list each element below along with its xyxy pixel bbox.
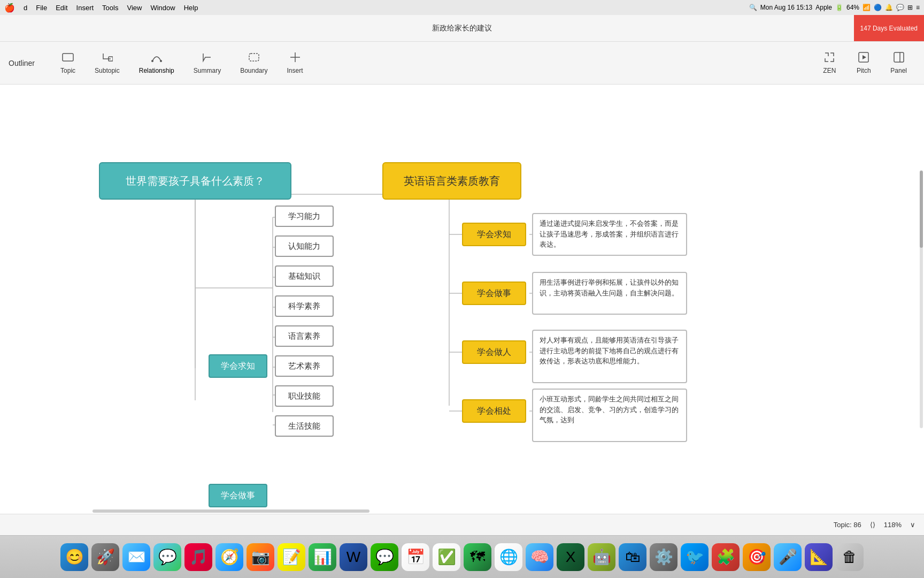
sub-4[interactable]: 科学素养	[275, 295, 334, 317]
dock-icon-chrome[interactable]: 🌐	[495, 543, 522, 571]
sub-2-label: 认知能力	[288, 241, 320, 252]
sub-1[interactable]: 学习能力	[275, 206, 334, 227]
right-branch-2[interactable]: 学会做事	[462, 282, 526, 305]
right-branch-4[interactable]: 学会相处	[462, 399, 526, 423]
svg-point-3	[160, 60, 162, 62]
dock-icon-music[interactable]: 🎵	[184, 543, 212, 571]
document-title: 新政给家长的建议	[432, 24, 492, 33]
subtopic-icon	[101, 51, 113, 65]
dock-icon-finder[interactable]: 😊	[60, 543, 88, 571]
dock-icon-trash[interactable]: 🗑	[836, 543, 864, 571]
dock-icon-notes[interactable]: 📝	[278, 543, 305, 571]
right-text-3: 对人对事有观点，且能够用英语清在引导孩子进行主动思考的前提下地将自己的观点进行有…	[532, 330, 687, 383]
menu-window[interactable]: Window	[146, 3, 179, 13]
menubar-apple-label: Apple	[815, 4, 832, 11]
pitch-label: Pitch	[857, 67, 871, 74]
left-branch-1-label: 学会求知	[221, 361, 255, 372]
sub-6[interactable]: 艺术素养	[275, 355, 334, 377]
topic-count: Topic: 86	[834, 521, 861, 529]
sub-7[interactable]: 职业技能	[275, 385, 334, 407]
battery-icon: 🔋	[835, 4, 843, 11]
dock-icon-calendar[interactable]: 📅	[402, 543, 429, 571]
right-branch-1[interactable]: 学会求知	[462, 223, 526, 246]
menubar-clock: Mon Aug 16 15:13	[760, 4, 812, 11]
root-label: 世界需要孩子具备什么素质？	[126, 174, 265, 188]
dock-icon-maps[interactable]: 🗺	[464, 543, 491, 571]
zoom-down-icon[interactable]: ∨	[910, 521, 915, 529]
left-branch-2[interactable]: 学会做事	[209, 484, 267, 507]
right-text-1-content: 通过递进式提问来启发学生，不会答案，而是让孩子迅速思考，形成答案，并组织语言进行…	[540, 219, 679, 248]
search-icon[interactable]: 🔍	[749, 4, 757, 11]
horizontal-scrollbar[interactable]	[93, 509, 369, 513]
topic-label: Topic	[60, 67, 75, 74]
wifi-icon: 📶	[863, 4, 871, 11]
scrollbar[interactable]	[920, 170, 923, 428]
root-box[interactable]: 世界需要孩子具备什么素质？	[99, 162, 291, 200]
right-branch-3[interactable]: 学会做人	[462, 340, 526, 364]
dock-icon-xmind[interactable]: 🧩	[712, 543, 740, 571]
menu-help[interactable]: Help	[180, 3, 203, 13]
dock-icon-settings[interactable]: ⚙️	[650, 543, 677, 571]
sub-3-label: 基础知识	[288, 271, 320, 282]
sub-7-label: 职业技能	[288, 391, 320, 401]
left-branch-1[interactable]: 学会求知	[209, 354, 267, 378]
summary-label: Summary	[194, 67, 221, 74]
sub-2[interactable]: 认知能力	[275, 235, 334, 257]
toolbar-relationship[interactable]: Relationship	[130, 47, 183, 79]
toolbar-topic[interactable]: Topic	[52, 47, 84, 79]
dock-icon-android[interactable]: 🤖	[588, 543, 615, 571]
dock-icon-wechat[interactable]: 💬	[371, 543, 398, 571]
wechat-icon[interactable]: 💬	[896, 4, 904, 11]
toolbar-summary[interactable]: Summary	[185, 47, 229, 79]
toolbar-zen[interactable]: ZEN	[813, 47, 845, 79]
toolbar-panel[interactable]: Panel	[882, 47, 915, 79]
sub-3[interactable]: 基础知识	[275, 265, 334, 287]
dock: 😊 🚀 ✉️ 💬 🎵 🧭 📷 📝 📊 W 💬 📅 ✅ 🗺 🌐 🧠 X 🤖 🛍 ⚙…	[0, 535, 924, 578]
menu-extra-icon[interactable]: ≡	[916, 4, 920, 11]
notification-icon[interactable]: 🔔	[885, 4, 893, 11]
panel-label: Panel	[890, 67, 907, 74]
topic-icon	[62, 51, 74, 65]
svg-marker-8	[863, 55, 866, 59]
sub-4-label: 科学素养	[288, 301, 320, 311]
dock-icon-launchpad[interactable]: 🚀	[91, 543, 119, 571]
dock-icon-safari[interactable]: 🧭	[215, 543, 243, 571]
dock-icon-numbers[interactable]: 📊	[309, 543, 336, 571]
sub-8[interactable]: 生活技能	[275, 415, 334, 437]
dock-icon-mindnode[interactable]: 🧠	[526, 543, 553, 571]
canvas[interactable]: 世界需要孩子具备什么素质？ 英语语言类素质教育 学会求知 学会做事 学习能力 认…	[0, 85, 924, 514]
menu-file[interactable]: File	[32, 3, 51, 13]
summary-icon	[201, 51, 213, 65]
menu-tools[interactable]: Tools	[98, 3, 122, 13]
dock-icon-word[interactable]: W	[340, 543, 367, 571]
dock-icon-excel[interactable]: X	[557, 543, 584, 571]
right-text-4: 小班互动形式，同龄学生之间共同过相互之间的交流、启发、竞争、习的方式，创造学习的…	[532, 389, 687, 442]
apple-menu[interactable]: 🍎	[4, 3, 15, 13]
toolbar-insert[interactable]: Insert	[279, 47, 312, 79]
right-text-2: 用生活事例进行举例和拓展，让孩件以外的知识，主动将英语融入生问题，自主解决问题。	[532, 272, 687, 315]
dock-icon-misc1[interactable]: 🎯	[743, 543, 771, 571]
dock-icon-feishu[interactable]: 🐦	[681, 543, 709, 571]
dock-icon-store[interactable]: 🛍	[619, 543, 646, 571]
menu-insert[interactable]: Insert	[72, 3, 98, 13]
dock-icon-photos[interactable]: 📷	[247, 543, 274, 571]
toolbar-boundary[interactable]: Boundary	[232, 47, 276, 79]
dock-icon-messages[interactable]: 💬	[153, 543, 181, 571]
zen-label: ZEN	[823, 67, 836, 74]
dock-icon-misc2[interactable]: 🎤	[774, 543, 802, 571]
toolbar-subtopic[interactable]: Subtopic	[86, 47, 128, 79]
bluetooth-icon: 🔵	[874, 4, 882, 11]
svg-point-2	[151, 60, 153, 62]
toolbar-pitch[interactable]: Pitch	[848, 47, 880, 79]
menu-d[interactable]: d	[19, 3, 32, 13]
right-branch-2-label: 学会做事	[477, 288, 511, 299]
separator: ⟨⟩	[870, 521, 875, 529]
grid-icon[interactable]: ⊞	[907, 4, 913, 11]
menu-edit[interactable]: Edit	[51, 3, 72, 13]
dock-icon-misc3[interactable]: 📐	[805, 543, 833, 571]
dock-icon-mail[interactable]: ✉️	[122, 543, 150, 571]
dock-icon-reminders[interactable]: ✅	[433, 543, 460, 571]
menu-view[interactable]: View	[122, 3, 146, 13]
right-main-box[interactable]: 英语语言类素质教育	[382, 162, 521, 200]
sub-5[interactable]: 语言素养	[275, 325, 334, 347]
